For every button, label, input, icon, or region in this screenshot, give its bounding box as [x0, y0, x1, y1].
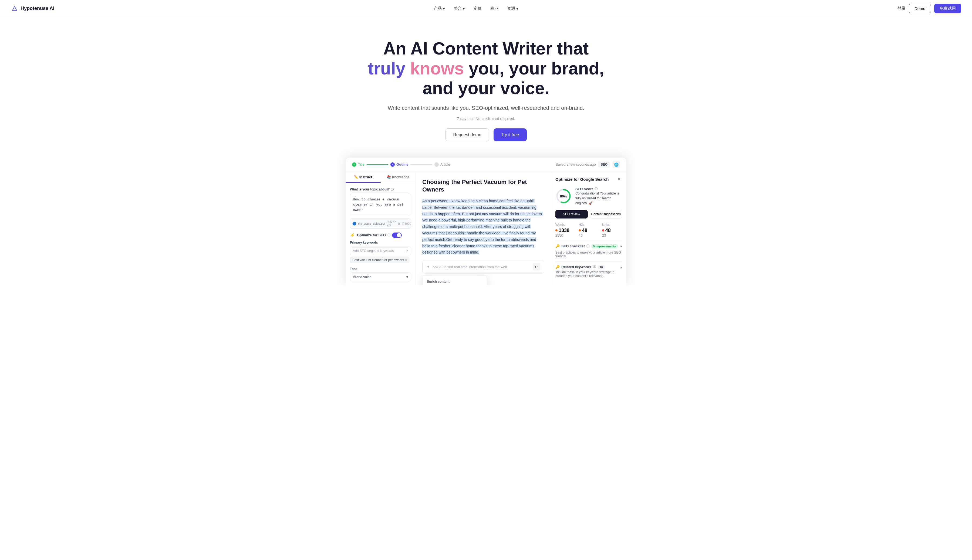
- seo-score-row: 80% SEO Score ⓘ Congratulations! Your ar…: [555, 187, 622, 205]
- app-topbar: ✓ Title ✓ Outline Article Saved a: [346, 158, 626, 172]
- hero-section: An AI Content Writer that truly knows yo…: [0, 17, 972, 285]
- keywords-desc: Include these in your keyword strategy t…: [555, 270, 622, 278]
- article-body: As a pet owner, I know keeping a clean h…: [422, 198, 544, 256]
- chevron-down-icon: ▾: [443, 6, 445, 11]
- keyword-input[interactable]: Add SEO targeted keywords ↵: [350, 247, 411, 255]
- logo[interactable]: Hypotenuse AI: [11, 5, 54, 12]
- right-panel-header: Optimize for Google Search ✕: [555, 176, 622, 183]
- panel-tabs: ✏️ Instruct 📚 Knowledge: [346, 172, 415, 183]
- request-demo-button[interactable]: Request demo: [445, 128, 489, 142]
- improvements-badge: 5 improvements: [591, 244, 618, 248]
- words-dot: [555, 229, 557, 232]
- left-panel: ✏️ Instruct 📚 Knowledge What is your top…: [346, 172, 416, 285]
- step-outline: ✓ Outline: [390, 162, 408, 167]
- seo-badge: SEO: [598, 162, 610, 168]
- translate-button[interactable]: 🌐: [612, 161, 620, 168]
- keywords-icon: 🔑: [555, 265, 560, 269]
- file-badge: 🔵 my_brand_guide.pdf 556.77 KB 🗑 7/3000: [350, 218, 411, 229]
- nav-item-business[interactable]: 商业: [490, 6, 499, 11]
- checklist-help-icon: ⓘ: [586, 244, 589, 248]
- article-highlight: As a pet owner, I know keeping a clean h…: [422, 199, 543, 254]
- nav-menu: 产品 ▾ 整合 ▾ 定价 商业 资源 ▾: [433, 6, 519, 11]
- keywords-section-title: Primary keywords: [350, 241, 411, 244]
- topbar-right: Saved a few seconds ago SEO 🌐: [555, 161, 620, 168]
- knowledge-icon: 📚: [386, 175, 391, 179]
- checklist-desc: Best practices to make your article more…: [555, 251, 622, 258]
- stat-words: Words 1338 2550: [555, 223, 576, 237]
- checklist-row: 🔑 SEO checklist ⓘ 5 improvements ▾: [555, 244, 622, 248]
- file-icon: 🔵: [352, 222, 356, 225]
- try-free-button[interactable]: Try it free: [494, 128, 527, 142]
- logo-icon: [11, 5, 18, 12]
- panel-body: What is your topic about? ⓘ 🔵 my_brand_g…: [346, 183, 415, 285]
- seo-tab-content[interactable]: Content suggestions: [590, 210, 622, 218]
- hero-trial-note: 7-day trial. No credit card required.: [5, 117, 967, 121]
- seo-help-icon: ⓘ: [594, 187, 597, 191]
- right-panel-title: Optimize for Google Search: [555, 177, 609, 182]
- nav-item-products[interactable]: 产品 ▾: [433, 6, 445, 11]
- app-container: ✓ Title ✓ Outline Article Saved a: [346, 158, 626, 285]
- checklist-chevron-icon[interactable]: ▾: [620, 244, 622, 248]
- seo-tab-review[interactable]: SEO review: [555, 210, 588, 218]
- hero-title: An AI Content Writer that truly knows yo…: [365, 39, 607, 98]
- chevron-down-icon: ▾: [407, 275, 408, 279]
- topic-label: What is your topic about? ⓘ: [350, 187, 411, 192]
- step-line-2: [411, 164, 432, 165]
- enrich-header: Enrich content: [423, 278, 487, 285]
- ai-submit-button[interactable]: ↵: [533, 263, 540, 270]
- stat-links: Links 48 23: [602, 223, 622, 237]
- nav-item-pricing[interactable]: 定价: [473, 6, 482, 11]
- step-article: Article: [435, 162, 450, 167]
- step-dot-article: [435, 162, 439, 167]
- tab-knowledge[interactable]: 📚 Knowledge: [381, 172, 416, 183]
- keywords-count-badge: 16: [597, 265, 605, 269]
- tone-select[interactable]: Brand voice ▾: [350, 272, 411, 282]
- tab-instruct[interactable]: ✏️ Instruct: [346, 172, 381, 183]
- close-button[interactable]: ✕: [616, 176, 622, 183]
- ai-input-placeholder: Ask AI to find real time information fro…: [433, 265, 530, 269]
- navbar-actions: 登录 Demo 免费试用: [897, 4, 961, 13]
- navbar: Hypotenuse AI 产品 ▾ 整合 ▾ 定价 商业 资源 ▾ 登录 De…: [0, 0, 972, 17]
- demo-section: ✓ Title ✓ Outline Article Saved a: [340, 158, 632, 285]
- delete-file-icon[interactable]: 🗑: [397, 222, 400, 225]
- h2s-dot: [579, 229, 581, 232]
- seo-help-icon: ⓘ: [387, 233, 390, 237]
- stat-h2s: H2s 48 46: [579, 223, 599, 237]
- login-button[interactable]: 登录: [897, 6, 905, 11]
- enter-icon: ↵: [405, 249, 408, 253]
- center-panel: Choosing the Perfect Vacuum for Pet Owne…: [416, 172, 551, 285]
- step-line-1: [366, 164, 388, 165]
- nav-item-resources[interactable]: 资源 ▾: [507, 6, 519, 11]
- progress-steps: ✓ Title ✓ Outline Article: [352, 162, 450, 167]
- free-trial-button[interactable]: 免费试用: [934, 4, 961, 13]
- app-main: ✏️ Instruct 📚 Knowledge What is your top…: [346, 172, 626, 285]
- seo-score-info: SEO Score ⓘ Congratulations! Your articl…: [576, 187, 622, 205]
- step-title: ✓ Title: [352, 162, 365, 167]
- demo-button[interactable]: Demo: [909, 4, 931, 13]
- enrich-dropdown: Enrich content ⚖️ Weigh pros and cons 🔗 …: [422, 275, 487, 285]
- seo-toggle[interactable]: [392, 233, 402, 238]
- instruct-icon: ✏️: [354, 175, 358, 179]
- svg-text:80%: 80%: [560, 194, 567, 198]
- stats-row: Words 1338 2550 H2s 48: [555, 223, 622, 237]
- seo-toggle-row: ⚡ Optimize for SEO ⓘ: [350, 233, 411, 238]
- step-dot-title: ✓: [352, 162, 356, 167]
- keywords-chevron-icon[interactable]: ▴: [620, 265, 622, 269]
- topic-input[interactable]: [350, 194, 411, 215]
- seo-score-circle: 80%: [555, 188, 572, 204]
- optimize-icon: ⚡: [350, 233, 355, 238]
- checklist-icon: 🔑: [555, 244, 560, 248]
- remove-keyword-icon[interactable]: ×: [405, 258, 407, 262]
- toggle-knob: [397, 233, 401, 237]
- hero-content: An AI Content Writer that truly knows yo…: [0, 17, 972, 142]
- nav-item-integrate[interactable]: 整合 ▾: [453, 6, 465, 11]
- keywords-help-icon: ⓘ: [593, 265, 596, 269]
- ai-input-bar[interactable]: ✦ Ask AI to find real time information f…: [422, 260, 544, 273]
- hero-subtitle: Write content that sounds like you. SEO-…: [5, 105, 967, 111]
- article-title: Choosing the Perfect Vacuum for Pet Owne…: [422, 178, 544, 194]
- help-icon: ⓘ: [391, 187, 394, 192]
- hero-buttons: Request demo Try it free: [5, 128, 967, 142]
- seo-tab-row: SEO review Content suggestions: [555, 210, 622, 218]
- seo-congrats-text: Congratulations! Your article is fully o…: [576, 191, 622, 205]
- chevron-down-icon: ▾: [516, 6, 519, 11]
